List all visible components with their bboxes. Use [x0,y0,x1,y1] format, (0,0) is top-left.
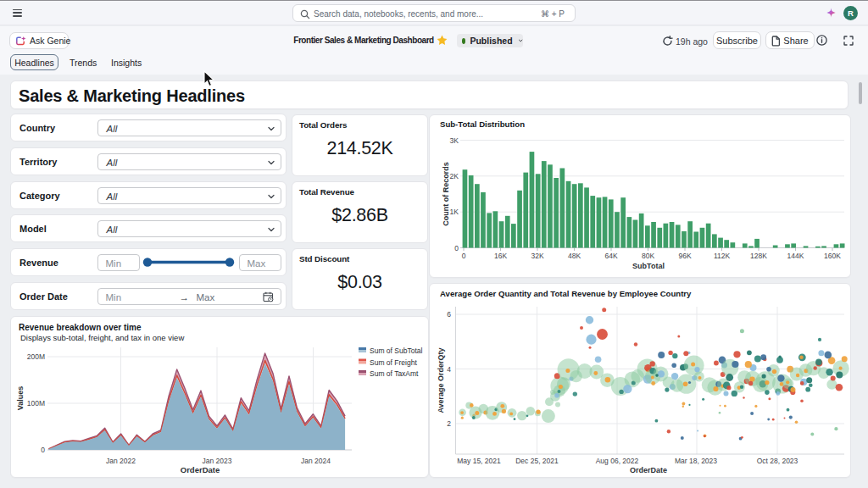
svg-text:48K: 48K [568,252,581,260]
svg-text:1K: 1K [450,208,459,216]
svg-text:Sum of Freight: Sum of Freight [370,358,417,367]
svg-text:3K: 3K [450,136,459,145]
svg-text:144K: 144K [787,252,804,260]
svg-text:4: 4 [447,365,451,374]
svg-text:Oct 28, 2023: Oct 28, 2023 [757,457,798,465]
svg-text:0: 0 [454,244,459,252]
svg-text:Jan 2023: Jan 2023 [203,457,232,465]
svg-text:6: 6 [447,310,451,319]
svg-text:Dec 25, 2021: Dec 25, 2021 [515,457,559,465]
svg-text:OrderDate: OrderDate [181,465,220,474]
svg-text:100M: 100M [27,399,45,408]
svg-text:2K: 2K [450,172,459,180]
svg-text:Sum of TaxAmt: Sum of TaxAmt [370,369,419,378]
svg-text:Jan 2024: Jan 2024 [301,457,331,465]
svg-text:2: 2 [447,419,451,428]
svg-text:OrderDate: OrderDate [630,466,667,474]
svg-text:64K: 64K [604,252,617,260]
svg-text:Sum of SubTotal: Sum of SubTotal [370,347,422,355]
svg-text:Aug 06, 2022: Aug 06, 2022 [596,457,639,465]
svg-text:Average OrderQty: Average OrderQty [437,347,445,413]
svg-text:Average Order Quantity and Tot: Average Order Quantity and Total Revenue… [440,289,692,298]
svg-text:200M: 200M [27,352,45,361]
svg-text:96K: 96K [678,252,691,260]
svg-text:0: 0 [41,446,45,454]
svg-text:32K: 32K [531,252,543,260]
svg-text:16K: 16K [494,252,507,260]
svg-text:May 15, 2021: May 15, 2021 [457,457,501,465]
svg-text:160K: 160K [824,252,841,260]
svg-text:0: 0 [462,252,466,260]
svg-text:128K: 128K [750,252,767,260]
svg-text:Count of Records: Count of Records [442,162,450,226]
svg-text:Mar 18, 2023: Mar 18, 2023 [675,457,717,465]
svg-text:Jan 2022: Jan 2022 [106,457,136,465]
svg-text:112K: 112K [714,252,731,260]
svg-text:SubTotal: SubTotal [632,262,665,270]
svg-text:Values: Values [16,386,25,411]
svg-text:Displays sub-total, freight, a: Displays sub-total, freight, and tax in … [20,333,184,342]
svg-text:Revenue breakdown over time: Revenue breakdown over time [19,323,142,332]
svg-text:80K: 80K [642,252,654,260]
svg-text:Sub-Total Distribution: Sub-Total Distribution [440,119,525,129]
